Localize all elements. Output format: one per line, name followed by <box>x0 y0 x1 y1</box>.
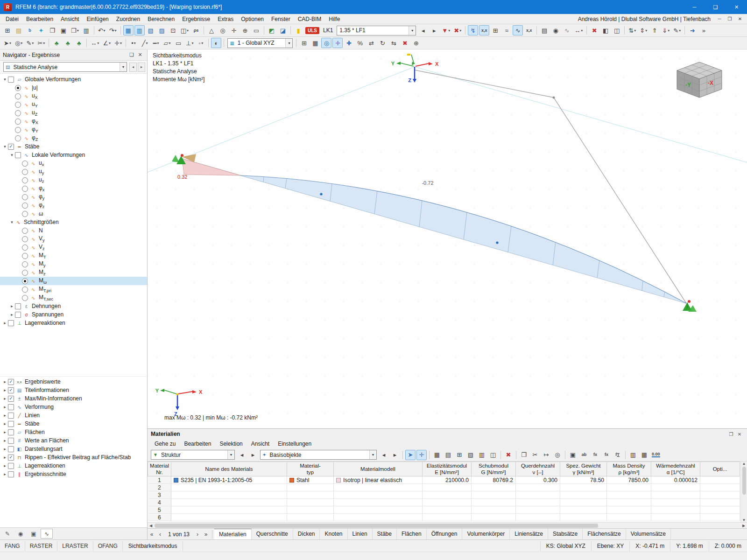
checkbox-rippen[interactable]: ✓ <box>8 455 14 461</box>
zoom-in-icon[interactable]: ⊕ <box>240 25 250 35</box>
construction-node[interactable] <box>553 97 555 99</box>
radio-phiz-local[interactable] <box>22 203 28 209</box>
tree-item-u-abs[interactable]: ∿|u| <box>0 84 147 92</box>
radio-vz[interactable] <box>22 245 28 251</box>
tree-item-mtsec[interactable]: ∿MT,sec <box>0 294 147 302</box>
delete-guides-icon[interactable]: ✖ <box>400 38 410 48</box>
materials-menu-selektion[interactable]: Selektion <box>215 441 247 447</box>
tree-item-globale-verformungen[interactable]: ▾▱Globale Verformungen <box>0 75 147 84</box>
structure-combo[interactable]: ▼Struktur▾ <box>151 450 235 460</box>
tree-item-staebe[interactable]: ▾✓━Stäbe <box>0 142 147 151</box>
guidelines-icon[interactable]: ✛ <box>332 38 343 48</box>
tree-item-omega[interactable]: ∿ω <box>0 210 147 218</box>
decimal-places-icon[interactable]: 0.00 <box>650 450 662 460</box>
table-cell[interactable] <box>516 491 560 499</box>
table-cell[interactable]: S235 | EN 1993-1-1:2005-05 <box>171 476 287 484</box>
section-view-icon[interactable]: ◫ <box>612 25 622 35</box>
filter-results-icon[interactable]: ▼▾ <box>440 25 451 35</box>
expand-arrow-icon[interactable]: ▾ <box>9 220 15 224</box>
table-cell[interactable] <box>700 476 740 484</box>
tree-item-maxmin-informationen[interactable]: ▸✓±Max/Min-Informationen <box>0 394 147 403</box>
tree-item-werte-an-flaechen[interactable]: ▸#Werte an Flächen <box>0 436 147 445</box>
materials-menu-einstellungen[interactable]: Einstellungen <box>274 441 316 447</box>
radio-uz-global[interactable] <box>15 110 21 116</box>
tab-dicken[interactable]: Dicken <box>293 529 320 540</box>
table-cell[interactable]: 0.000012 <box>651 476 700 484</box>
checkbox-darstellungsart[interactable] <box>8 446 14 452</box>
radio-mtsec[interactable] <box>22 295 28 301</box>
horizontal-scrollbar[interactable]: ◀ ▶ <box>148 522 747 528</box>
formula-icon[interactable]: fx <box>590 450 600 460</box>
mirror-icon[interactable]: ⇆ <box>388 38 399 48</box>
expand-arrow-icon[interactable]: ▾ <box>9 153 15 157</box>
record-indicator[interactable]: 1 von 13 <box>164 531 193 538</box>
table-cell[interactable] <box>472 499 516 506</box>
formula-all-icon[interactable]: f∑ <box>613 450 623 460</box>
tab-stäbe[interactable]: Stäbe <box>373 529 397 540</box>
table-cell[interactable] <box>287 499 334 506</box>
mdi-restore-button[interactable]: ❐ <box>725 16 735 21</box>
navigation-cube[interactable]: -Y -X <box>677 62 722 98</box>
maximize-button[interactable]: ❑ <box>705 0 726 14</box>
snapshot-icon[interactable]: ◉ <box>550 25 561 35</box>
radio-vy[interactable] <box>22 236 28 242</box>
scroll-up-icon[interactable]: ▲ <box>742 462 746 466</box>
smooth-results-icon[interactable]: ≈ <box>501 25 512 35</box>
tab-volumensätze[interactable]: Volumensätze <box>626 529 671 540</box>
tree-item-uz-global[interactable]: ∿uZ <box>0 109 147 117</box>
tab-knoten[interactable]: Knoten <box>320 529 347 540</box>
table-row[interactable]: 5 <box>148 506 740 514</box>
redo-icon[interactable]: ↷▾ <box>108 25 118 35</box>
table-layout-icon[interactable]: ▦ <box>432 450 442 460</box>
column-header[interactable]: Querdehnzahlν [--] <box>516 462 560 476</box>
table-cell[interactable]: 7850.00 <box>607 476 651 484</box>
analysis-prev-icon[interactable]: ◂ <box>129 63 137 72</box>
table-cell[interactable] <box>472 484 516 491</box>
member-results-2-icon[interactable]: ⇕▾ <box>638 25 648 35</box>
zoom-extents-icon[interactable]: ▭ <box>251 25 261 35</box>
status-toggle-ofang[interactable]: OFANG <box>93 541 123 551</box>
numbering-icon[interactable]: ⊡ <box>168 25 178 35</box>
table-cell[interactable] <box>560 499 607 506</box>
status-toggle-fang[interactable]: FANG <box>0 541 25 551</box>
expand-arrow-icon[interactable]: ▸ <box>2 430 8 434</box>
tree-item-phiy-global[interactable]: ∿φY <box>0 126 147 134</box>
expand-arrow-icon[interactable]: ▾ <box>2 144 8 149</box>
tree-item-vz[interactable]: ∿Vz <box>0 243 147 252</box>
table-row[interactable]: 4 <box>148 499 740 506</box>
load-case-combo[interactable]: 1.35 * LF1▾ <box>337 26 416 35</box>
angle-icon[interactable]: ∠▾ <box>101 38 112 48</box>
analysis-type-combo[interactable]: ▤ Statische Analyse ▾ <box>3 62 127 72</box>
tab-volumenkörper[interactable]: Volumenkörper <box>462 529 510 540</box>
checkbox-globale-verformungen[interactable] <box>8 77 14 83</box>
user-views-icon[interactable]: ◪ <box>278 25 288 35</box>
checkbox-dehnungen[interactable] <box>15 303 21 309</box>
expand-arrow-icon[interactable]: ▸ <box>2 421 8 426</box>
checkbox-ergebnisschnitte[interactable] <box>8 471 14 477</box>
row-number-cell[interactable]: 2 <box>148 484 171 491</box>
minimize-button[interactable]: ─ <box>684 0 705 14</box>
tab-flächen[interactable]: Flächen <box>397 529 427 540</box>
prev-load-case-icon[interactable]: ◂ <box>418 25 428 35</box>
show-results-icon[interactable]: ↯ <box>468 25 478 35</box>
member-results-1-icon[interactable]: ⇅▾ <box>627 25 637 35</box>
scroll-right-icon[interactable]: ▶ <box>740 524 747 528</box>
menu-fenster[interactable]: Fenster <box>268 15 294 23</box>
rotate-icon[interactable]: ↻ <box>377 38 388 48</box>
radio-uy-global[interactable] <box>15 102 21 108</box>
tree-item-rippen[interactable]: ▸✓⊓Rippen - Effektiver Beitrag auf Fläch… <box>0 453 147 462</box>
row-number-cell[interactable]: 4 <box>148 499 171 506</box>
percent-icon[interactable]: % <box>355 38 365 48</box>
table-cell[interactable] <box>560 491 607 499</box>
tree-item-mt[interactable]: ∿MT <box>0 252 147 260</box>
solid-view-icon[interactable]: ◧ <box>600 25 611 35</box>
radio-uz-local[interactable] <box>22 177 28 183</box>
result-node-1[interactable] <box>320 193 322 195</box>
table-cell[interactable] <box>423 499 472 506</box>
table-cell[interactable] <box>472 506 516 514</box>
tree-item-verformung[interactable]: ▸∿Verformung <box>0 403 147 411</box>
expand-arrow-icon[interactable]: ▾ <box>2 77 8 82</box>
navigator-tab-display[interactable]: ◉ <box>14 529 27 539</box>
table-cell[interactable] <box>171 484 287 491</box>
import-table-icon[interactable]: ▤ <box>443 450 453 460</box>
